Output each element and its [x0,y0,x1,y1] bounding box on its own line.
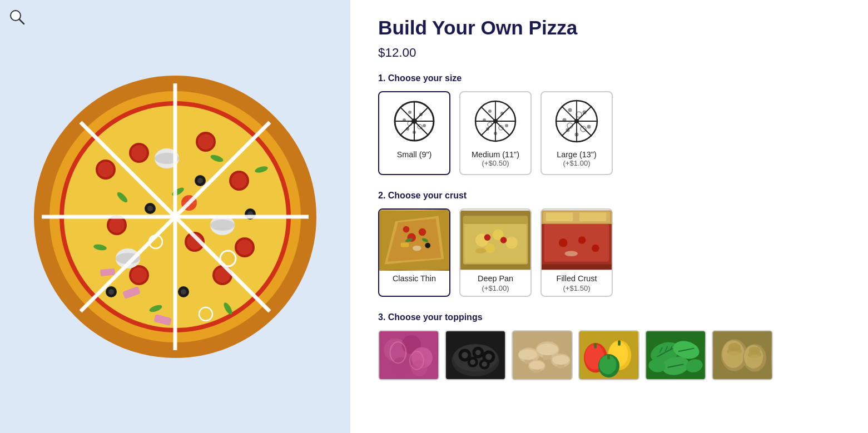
svg-point-83 [403,118,406,122]
crust-deeppan-label: Deep Pan [460,271,530,284]
svg-rect-128 [465,217,526,262]
svg-rect-142 [546,213,573,222]
topping-option-pepper[interactable] [578,330,639,380]
svg-point-123 [413,246,421,251]
svg-point-152 [392,357,409,375]
size-option-small[interactable]: Small (9") [378,91,450,175]
svg-point-215 [747,355,762,362]
size-option-medium[interactable]: Medium (11") (+$0.50) [459,91,532,175]
svg-point-135 [500,237,507,243]
svg-point-181 [529,361,544,370]
svg-point-31 [237,240,252,255]
topping-option-olive[interactable] [445,330,506,380]
svg-point-93 [500,112,504,115]
crust-deeppan-sublabel: (+$1.00) [460,284,530,296]
svg-point-80 [423,124,426,127]
svg-point-106 [568,108,572,112]
svg-point-94 [505,124,508,127]
svg-point-119 [419,228,426,236]
svg-point-15 [131,145,147,161]
svg-point-178 [552,355,569,365]
svg-point-134 [484,234,491,241]
svg-point-210 [727,356,742,364]
crust-classic-img [379,210,449,271]
crust-option-classic-thin[interactable]: Classic Thin [378,208,450,297]
svg-point-96 [494,132,497,135]
svg-point-17 [198,134,214,150]
svg-point-122 [425,243,430,248]
svg-point-162 [475,350,481,355]
crust-filled-img-wrap [542,210,612,271]
svg-point-21 [109,217,125,233]
svg-point-79 [419,113,423,116]
product-price: $12.00 [378,46,840,60]
size-medium-label: Medium (11") [467,150,524,159]
topping-option-mushroom[interactable] [512,330,573,380]
svg-point-41 [147,206,153,211]
svg-point-166 [470,360,475,365]
svg-point-19 [231,173,247,188]
svg-point-47 [108,289,114,295]
size-options-row: Small (9") [378,91,840,175]
svg-rect-191 [607,354,610,360]
topping-option-onion[interactable] [378,330,439,380]
toppings-section-label: 3. Choose your toppings [378,312,840,322]
svg-point-132 [505,237,517,248]
topping-option-artichoke[interactable] [712,330,773,380]
svg-point-144 [559,238,568,247]
crust-deeppan-img-wrap [460,210,530,271]
pizza-image-panel [0,0,350,433]
crust-filled-sublabel: (+$1.50) [542,284,612,296]
crust-classic-label: Classic Thin [379,271,449,284]
toppings-options-row [378,330,840,380]
size-large-sublabel: (+$1.00) [548,159,605,167]
svg-point-109 [566,128,570,132]
size-large-label: Large (13") [548,150,605,159]
size-section-label: 1. Choose your size [378,73,840,83]
product-title: Build Your Own Pizza [378,17,840,39]
svg-point-110 [575,133,579,137]
svg-rect-143 [579,213,606,222]
svg-point-160 [462,352,468,358]
crust-option-deep-pan[interactable]: Deep Pan (+$1.00) [459,208,532,297]
svg-point-45 [181,289,186,295]
crust-section: 2. Choose your crust [378,191,840,297]
svg-point-146 [592,245,599,252]
svg-point-97 [483,118,486,122]
svg-rect-60 [100,268,115,276]
crust-section-label: 2. Choose your crust [378,191,840,201]
pizza-illustration [28,69,323,364]
svg-rect-139 [544,224,609,262]
svg-point-35 [210,220,235,231]
svg-point-147 [565,251,578,256]
product-details-panel: Build Your Own Pizza $12.00 1. Choose yo… [350,0,868,433]
toppings-section: 3. Choose your toppings [378,312,840,380]
crust-option-filled-crust[interactable]: Filled Crust (+$1.50) [540,208,613,297]
svg-rect-129 [463,216,528,224]
svg-point-25 [131,267,147,283]
svg-point-168 [482,361,487,367]
size-section: 1. Choose your size [378,73,840,175]
size-option-large[interactable]: Large (13") (+$1.00) [540,91,613,175]
svg-point-175 [537,344,558,355]
svg-point-107 [583,111,587,115]
svg-point-39 [197,178,203,183]
magnify-icon[interactable] [9,9,26,26]
size-small-label: Small (9") [386,150,443,159]
svg-point-29 [98,162,113,177]
svg-point-92 [488,110,492,113]
crust-filled-label: Filled Crust [542,271,612,284]
topping-option-spinach[interactable] [645,330,706,380]
svg-point-81 [406,127,409,131]
svg-point-111 [563,118,567,122]
svg-point-78 [408,111,411,114]
svg-point-145 [578,236,586,244]
svg-rect-190 [618,340,621,346]
svg-point-172 [518,349,537,360]
size-medium-sublabel: (+$0.50) [467,159,524,167]
svg-point-108 [587,125,591,129]
svg-point-164 [485,354,492,360]
svg-rect-121 [401,243,409,247]
svg-point-112 [581,126,586,132]
svg-rect-189 [594,343,597,349]
